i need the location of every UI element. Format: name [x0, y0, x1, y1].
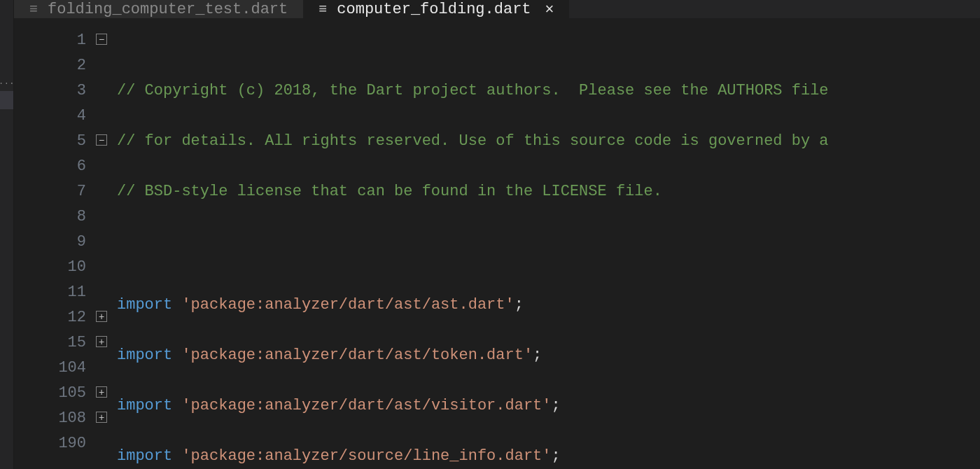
fold-toggle-closed[interactable]: + — [96, 311, 107, 322]
line-number[interactable]: 15 — [14, 330, 94, 356]
line-number[interactable]: 12 — [14, 305, 94, 330]
line-number[interactable]: 104 — [14, 356, 94, 381]
line-number[interactable]: 2 — [14, 53, 94, 78]
tab-label: computer_folding.dart — [337, 1, 531, 18]
main-area: ≡ folding_computer_test.dart ≡ computer_… — [14, 0, 980, 469]
line-number[interactable]: 5 — [14, 129, 94, 154]
activity-bar-item[interactable] — [0, 0, 13, 18]
line-number-gutter: 1 2 3 4 5 6 7 8 9 10 11 12 15 104 105 10… — [14, 18, 94, 469]
code-line[interactable]: import 'package:analyzer/dart/ast/ast.da… — [117, 293, 980, 318]
close-icon[interactable]: × — [545, 0, 554, 18]
tab-computer-folding[interactable]: ≡ computer_folding.dart × — [303, 0, 569, 18]
line-number[interactable]: 4 — [14, 104, 94, 129]
file-icon: ≡ — [29, 1, 38, 18]
line-number[interactable]: 3 — [14, 78, 94, 104]
line-number[interactable]: 11 — [14, 280, 94, 305]
tab-bar: ≡ folding_computer_test.dart ≡ computer_… — [14, 0, 980, 18]
line-number[interactable]: 108 — [14, 406, 94, 431]
file-icon: ≡ — [318, 1, 327, 18]
code-area[interactable]: // Copyright (c) 2018, the Dart project … — [117, 18, 980, 469]
line-number[interactable]: 190 — [14, 431, 94, 456]
code-line[interactable]: // BSD-style license that can be found i… — [117, 179, 980, 204]
activity-bar: ... — [0, 0, 14, 469]
fold-toggle-open[interactable]: − — [96, 34, 107, 45]
code-line[interactable]: import 'package:analyzer/dart/ast/visito… — [117, 393, 980, 419]
tab-folding-computer-test[interactable]: ≡ folding_computer_test.dart — [14, 0, 303, 18]
code-line[interactable]: import 'package:analyzer/dart/ast/token.… — [117, 343, 980, 368]
tab-label: folding_computer_test.dart — [48, 1, 288, 18]
activity-bar-ellipsis[interactable]: ... — [0, 73, 13, 91]
line-number[interactable]: 105 — [14, 381, 94, 406]
fold-toggle-open[interactable]: − — [96, 134, 107, 146]
fold-toggle-closed[interactable]: + — [96, 336, 107, 347]
line-number[interactable]: 6 — [14, 154, 94, 179]
activity-bar-item[interactable] — [0, 36, 13, 55]
code-line[interactable]: // Copyright (c) 2018, the Dart project … — [117, 78, 980, 104]
code-line[interactable]: import 'package:analyzer/source/line_inf… — [117, 444, 980, 469]
code-line[interactable]: // for details. All rights reserved. Use… — [117, 129, 980, 154]
fold-toggle-closed[interactable]: + — [96, 386, 107, 398]
fold-gutter: − − + + + + — [94, 18, 117, 469]
fold-toggle-closed[interactable]: + — [96, 412, 107, 423]
line-number[interactable]: 9 — [14, 230, 94, 255]
line-number[interactable]: 1 — [14, 28, 94, 53]
activity-bar-item[interactable] — [0, 18, 13, 36]
line-number[interactable]: 8 — [14, 204, 94, 230]
activity-bar-item[interactable] — [0, 55, 13, 73]
line-number[interactable]: 10 — [14, 255, 94, 280]
activity-bar-item[interactable] — [0, 91, 13, 109]
line-number[interactable]: 7 — [14, 179, 94, 204]
code-editor[interactable]: 1 2 3 4 5 6 7 8 9 10 11 12 15 104 105 10… — [14, 18, 980, 469]
code-line-blank[interactable] — [117, 230, 980, 255]
editor-root: ... ≡ folding_computer_test.dart ≡ compu… — [0, 0, 980, 469]
